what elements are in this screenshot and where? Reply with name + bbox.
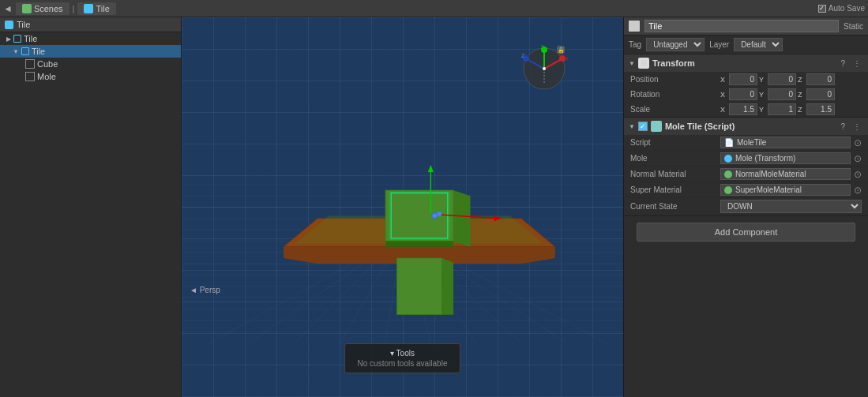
mole-value-text: Mole (Transform): [735, 154, 795, 163]
script-header[interactable]: ▼ Mole Tile (Script) ? ⋮: [624, 118, 868, 135]
script-component: ▼ Mole Tile (Script) ? ⋮ Script 📄 MoleTi…: [624, 118, 868, 216]
position-z-axis: Z: [798, 73, 835, 85]
rotation-z-axis: Z: [798, 88, 835, 100]
rx-label: X: [720, 91, 728, 99]
current-state-row: Current State DOWN UP HIT: [624, 198, 868, 215]
hierarchy-header: Tile: [0, 17, 181, 32]
auto-save-checkbox[interactable]: [818, 5, 826, 13]
hierarchy-item-mole[interactable]: Mole: [0, 70, 181, 83]
scale-row: Scale X Y Z: [624, 102, 868, 117]
scale-values: X Y Z: [720, 103, 862, 115]
hierarchy-item-label: Tile: [32, 47, 45, 56]
svg-text:🔒: 🔒: [558, 47, 565, 54]
rotation-y-input[interactable]: [768, 88, 796, 100]
persp-label: ◄ Persp: [190, 286, 220, 294]
main-area: Tile ▶ Tile ▼ Tile Cube Mole: [0, 17, 868, 397]
hierarchy-item-tile-child[interactable]: ▼ Tile: [0, 45, 181, 58]
position-z-input[interactable]: [806, 73, 835, 85]
inspector-panel: Static Tag Untagged Layer Default ▼ ⊞ Tr…: [623, 17, 868, 397]
back-icon[interactable]: ◄: [3, 3, 13, 14]
scene-panel[interactable]: Y X Z 🔒 ◄ Persp ▾ Tools: [182, 17, 623, 397]
auto-save-label: Auto Save: [829, 4, 865, 13]
top-bar-right: Auto Save: [818, 4, 865, 13]
scale-y-input[interactable]: [768, 103, 796, 115]
position-row: Position X Y Z: [624, 72, 868, 87]
super-mat-icon: [724, 186, 732, 194]
rotation-z-input[interactable]: [806, 88, 835, 100]
rotation-row: Rotation X Y Z: [624, 87, 868, 102]
y-label: Y: [759, 76, 767, 84]
position-y-input[interactable]: [768, 73, 796, 85]
current-state-value: DOWN UP HIT: [720, 200, 862, 213]
tools-overlay: ▾ Tools No custom tools available: [344, 343, 461, 373]
position-values: X Y Z: [720, 73, 862, 85]
svg-text:X: X: [566, 56, 568, 62]
script-value-text: MoleTile: [737, 138, 766, 147]
layer-label: Layer: [709, 40, 729, 49]
gizmo-svg: Y X Z 🔒: [520, 45, 568, 92]
arrow-icon: ▶: [6, 36, 11, 43]
hierarchy-title: Tile: [17, 20, 30, 29]
super-mat-row: Super Material SuperMoleMaterial ⊙: [624, 182, 868, 198]
hierarchy-item-label: Mole: [37, 72, 56, 81]
rotation-values: X Y Z: [720, 88, 862, 100]
tag-select[interactable]: Untagged: [646, 38, 705, 51]
script-value: 📄 MoleTile ⊙: [720, 137, 862, 148]
mole-select-btn[interactable]: ⊙: [854, 153, 862, 164]
sx-label: X: [720, 106, 728, 114]
transform-header[interactable]: ▼ ⊞ Transform ? ⋮: [624, 54, 868, 72]
add-component-button[interactable]: Add Component: [637, 223, 855, 242]
scenes-icon: [22, 4, 32, 13]
rotation-x-input[interactable]: [729, 88, 757, 100]
script-help-btn[interactable]: ?: [838, 122, 847, 132]
inspector-name-input[interactable]: [644, 20, 839, 32]
svg-text:Y: Y: [541, 45, 545, 50]
scale-x-input[interactable]: [729, 103, 757, 115]
mole-obj-icon: [724, 155, 732, 163]
script-select-btn[interactable]: ⊙: [854, 137, 862, 148]
script-settings-btn[interactable]: ⋮: [851, 122, 863, 132]
tag-label: Tag: [629, 40, 641, 49]
script-label: Script: [630, 138, 717, 147]
normal-mat-value: NormalMoleMaterial ⊙: [720, 168, 862, 180]
tile-tab-icon: [84, 4, 93, 13]
scale-z-input[interactable]: [806, 103, 835, 115]
ry-label: Y: [759, 91, 767, 99]
transform-settings-btn[interactable]: ⋮: [851, 58, 863, 69]
tab-separator: |: [73, 4, 75, 13]
normal-mat-text: NormalMoleMaterial: [735, 170, 806, 178]
tile-tab[interactable]: Tile: [77, 2, 115, 15]
inspector-name-row: Static: [624, 17, 868, 36]
super-mat-field: SuperMoleMaterial: [720, 184, 851, 196]
script-enabled-toggle[interactable]: [638, 122, 648, 131]
axis-gizmo: Y X Z 🔒: [520, 45, 568, 92]
svg-marker-29: [453, 190, 471, 247]
mole-label: Mole: [630, 154, 717, 163]
layer-select[interactable]: Default: [734, 38, 783, 51]
hierarchy-item-tile-root[interactable]: ▶ Tile: [0, 32, 181, 45]
rotation-label: Rotation: [630, 90, 717, 99]
transform-icon: ⊞: [638, 58, 649, 69]
scenes-tab[interactable]: Scenes: [16, 2, 70, 15]
svg-point-52: [543, 67, 546, 70]
hierarchy-item-cube[interactable]: Cube: [0, 58, 181, 70]
inspector-static-label: Static: [844, 22, 863, 31]
current-state-select[interactable]: DOWN UP HIT: [720, 200, 862, 213]
top-bar: ◄ Scenes | Tile Auto Save: [0, 0, 868, 17]
normal-mat-select-btn[interactable]: ⊙: [854, 169, 862, 180]
tools-title: ▾ Tools: [358, 349, 448, 358]
current-state-label: Current State: [630, 202, 717, 211]
script-icon: [651, 121, 662, 132]
sz-label: Z: [798, 106, 806, 114]
script-file-icon: 📄: [724, 138, 734, 147]
tools-subtitle: No custom tools available: [358, 359, 448, 368]
rotation-x-axis: X: [720, 88, 757, 100]
hierarchy-item-label: Cube: [37, 59, 58, 69]
scale-z-axis: Z: [798, 103, 835, 115]
super-mat-select-btn[interactable]: ⊙: [854, 185, 862, 196]
scenes-label: Scenes: [34, 4, 63, 13]
tile-tab-label: Tile: [96, 4, 109, 13]
position-x-input[interactable]: [729, 73, 757, 85]
transform-help-btn[interactable]: ?: [838, 58, 847, 69]
super-mat-label: Super Material: [630, 185, 717, 194]
